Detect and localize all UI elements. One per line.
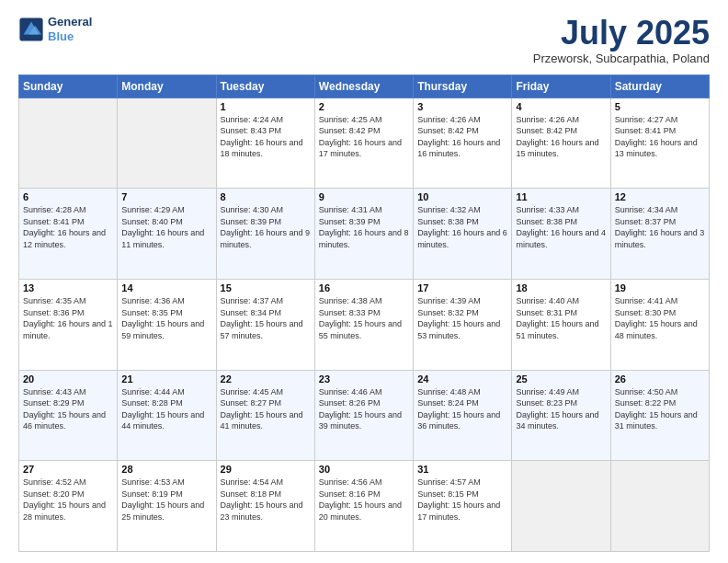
day-number: 11 <box>516 191 606 202</box>
calendar-cell: 17Sunrise: 4:39 AM Sunset: 8:32 PM Dayli… <box>414 279 512 370</box>
day-number: 19 <box>615 282 705 293</box>
cell-info: Sunrise: 4:45 AM Sunset: 8:27 PM Dayligh… <box>221 386 311 432</box>
day-number: 30 <box>319 464 409 475</box>
calendar-cell: 1Sunrise: 4:24 AM Sunset: 8:43 PM Daylig… <box>216 98 314 189</box>
cell-info: Sunrise: 4:53 AM Sunset: 8:19 PM Dayligh… <box>121 477 211 523</box>
week-row-2: 6Sunrise: 4:28 AM Sunset: 8:41 PM Daylig… <box>19 189 710 280</box>
day-number: 25 <box>516 373 606 385</box>
cell-info: Sunrise: 4:28 AM Sunset: 8:41 PM Dayligh… <box>23 204 113 250</box>
header-tuesday: Tuesday <box>216 75 314 98</box>
title-block: July 2025 Przeworsk, Subcarpathia, Polan… <box>533 15 710 65</box>
calendar-cell: 23Sunrise: 4:46 AM Sunset: 8:26 PM Dayli… <box>314 370 413 461</box>
day-number: 12 <box>615 191 705 202</box>
day-number: 7 <box>121 191 211 202</box>
cell-info: Sunrise: 4:30 AM Sunset: 8:39 PM Dayligh… <box>221 204 311 250</box>
cell-info: Sunrise: 4:36 AM Sunset: 8:35 PM Dayligh… <box>121 295 211 341</box>
cell-info: Sunrise: 4:43 AM Sunset: 8:29 PM Dayligh… <box>23 386 113 432</box>
cell-info: Sunrise: 4:26 AM Sunset: 8:42 PM Dayligh… <box>417 114 507 160</box>
calendar-cell: 11Sunrise: 4:33 AM Sunset: 8:38 PM Dayli… <box>512 189 610 280</box>
logo-line2: Blue <box>48 29 92 44</box>
cell-info: Sunrise: 4:26 AM Sunset: 8:42 PM Dayligh… <box>516 114 606 160</box>
calendar-cell: 2Sunrise: 4:25 AM Sunset: 8:42 PM Daylig… <box>314 98 413 189</box>
header-friday: Friday <box>512 75 610 98</box>
cell-info: Sunrise: 4:31 AM Sunset: 8:39 PM Dayligh… <box>319 204 409 250</box>
cell-info: Sunrise: 4:24 AM Sunset: 8:43 PM Dayligh… <box>221 114 311 160</box>
calendar-table: SundayMondayTuesdayWednesdayThursdayFrid… <box>18 75 710 552</box>
day-number: 10 <box>417 191 507 202</box>
calendar-cell: 26Sunrise: 4:50 AM Sunset: 8:22 PM Dayli… <box>610 370 709 461</box>
header-monday: Monday <box>118 75 216 98</box>
logo-text: General Blue <box>48 15 92 43</box>
logo: General Blue <box>18 15 92 43</box>
week-row-5: 27Sunrise: 4:52 AM Sunset: 8:20 PM Dayli… <box>19 461 710 552</box>
calendar-cell: 13Sunrise: 4:35 AM Sunset: 8:36 PM Dayli… <box>19 279 118 370</box>
cell-info: Sunrise: 4:41 AM Sunset: 8:30 PM Dayligh… <box>615 295 705 341</box>
day-number: 15 <box>221 282 311 293</box>
calendar-cell: 29Sunrise: 4:54 AM Sunset: 8:18 PM Dayli… <box>216 461 314 552</box>
calendar-cell: 8Sunrise: 4:30 AM Sunset: 8:39 PM Daylig… <box>216 189 314 280</box>
day-number: 18 <box>516 282 606 293</box>
cell-info: Sunrise: 4:57 AM Sunset: 8:15 PM Dayligh… <box>417 477 507 523</box>
day-number: 17 <box>417 282 507 293</box>
header-sunday: Sunday <box>19 75 118 98</box>
cell-info: Sunrise: 4:25 AM Sunset: 8:42 PM Dayligh… <box>319 114 409 160</box>
day-number: 26 <box>615 373 705 385</box>
calendar-cell: 31Sunrise: 4:57 AM Sunset: 8:15 PM Dayli… <box>414 461 512 552</box>
cell-info: Sunrise: 4:29 AM Sunset: 8:40 PM Dayligh… <box>121 204 211 250</box>
calendar-body: 1Sunrise: 4:24 AM Sunset: 8:43 PM Daylig… <box>19 98 710 551</box>
day-number: 4 <box>516 101 606 112</box>
day-number: 24 <box>417 373 507 385</box>
calendar-cell: 21Sunrise: 4:44 AM Sunset: 8:28 PM Dayli… <box>118 370 216 461</box>
header: General Blue July 2025 Przeworsk, Subcar… <box>18 15 710 65</box>
cell-info: Sunrise: 4:44 AM Sunset: 8:28 PM Dayligh… <box>121 386 211 432</box>
calendar-cell: 16Sunrise: 4:38 AM Sunset: 8:33 PM Dayli… <box>314 279 413 370</box>
month-title: July 2025 <box>533 15 710 52</box>
calendar-cell: 27Sunrise: 4:52 AM Sunset: 8:20 PM Dayli… <box>19 461 118 552</box>
calendar-cell <box>610 461 709 552</box>
cell-info: Sunrise: 4:37 AM Sunset: 8:34 PM Dayligh… <box>221 295 311 341</box>
cell-info: Sunrise: 4:27 AM Sunset: 8:41 PM Dayligh… <box>615 114 705 160</box>
cell-info: Sunrise: 4:34 AM Sunset: 8:37 PM Dayligh… <box>615 204 705 250</box>
day-number: 29 <box>221 464 311 475</box>
calendar-cell: 22Sunrise: 4:45 AM Sunset: 8:27 PM Dayli… <box>216 370 314 461</box>
day-number: 31 <box>417 464 507 475</box>
day-number: 28 <box>121 464 211 475</box>
calendar-cell <box>19 98 118 189</box>
calendar-cell: 24Sunrise: 4:48 AM Sunset: 8:24 PM Dayli… <box>414 370 512 461</box>
cell-info: Sunrise: 4:39 AM Sunset: 8:32 PM Dayligh… <box>417 295 507 341</box>
calendar-cell: 6Sunrise: 4:28 AM Sunset: 8:41 PM Daylig… <box>19 189 118 280</box>
day-number: 8 <box>221 191 311 202</box>
day-number: 27 <box>23 464 113 475</box>
day-number: 16 <box>319 282 409 293</box>
day-number: 3 <box>417 101 507 112</box>
cell-info: Sunrise: 4:33 AM Sunset: 8:38 PM Dayligh… <box>516 204 606 250</box>
calendar-cell: 20Sunrise: 4:43 AM Sunset: 8:29 PM Dayli… <box>19 370 118 461</box>
calendar-cell: 10Sunrise: 4:32 AM Sunset: 8:38 PM Dayli… <box>414 189 512 280</box>
day-number: 13 <box>23 282 113 293</box>
calendar-cell: 30Sunrise: 4:56 AM Sunset: 8:16 PM Dayli… <box>314 461 413 552</box>
cell-info: Sunrise: 4:40 AM Sunset: 8:31 PM Dayligh… <box>516 295 606 341</box>
calendar-cell <box>512 461 610 552</box>
calendar-cell: 28Sunrise: 4:53 AM Sunset: 8:19 PM Dayli… <box>118 461 216 552</box>
cell-info: Sunrise: 4:48 AM Sunset: 8:24 PM Dayligh… <box>417 386 507 432</box>
day-number: 23 <box>319 373 409 385</box>
cell-info: Sunrise: 4:50 AM Sunset: 8:22 PM Dayligh… <box>615 386 705 432</box>
calendar-cell: 9Sunrise: 4:31 AM Sunset: 8:39 PM Daylig… <box>314 189 413 280</box>
calendar-cell: 5Sunrise: 4:27 AM Sunset: 8:41 PM Daylig… <box>610 98 709 189</box>
day-number: 5 <box>615 101 705 112</box>
calendar-cell: 19Sunrise: 4:41 AM Sunset: 8:30 PM Dayli… <box>610 279 709 370</box>
cell-info: Sunrise: 4:52 AM Sunset: 8:20 PM Dayligh… <box>23 477 113 523</box>
calendar-cell: 18Sunrise: 4:40 AM Sunset: 8:31 PM Dayli… <box>512 279 610 370</box>
day-number: 6 <box>23 191 113 202</box>
header-saturday: Saturday <box>610 75 709 98</box>
logo-icon <box>18 17 44 42</box>
cell-info: Sunrise: 4:49 AM Sunset: 8:23 PM Dayligh… <box>516 386 606 432</box>
calendar-cell: 12Sunrise: 4:34 AM Sunset: 8:37 PM Dayli… <box>610 189 709 280</box>
cell-info: Sunrise: 4:32 AM Sunset: 8:38 PM Dayligh… <box>417 204 507 250</box>
calendar-cell: 7Sunrise: 4:29 AM Sunset: 8:40 PM Daylig… <box>118 189 216 280</box>
logo-line1: General <box>48 15 92 29</box>
cell-info: Sunrise: 4:56 AM Sunset: 8:16 PM Dayligh… <box>319 477 409 523</box>
cell-info: Sunrise: 4:46 AM Sunset: 8:26 PM Dayligh… <box>319 386 409 432</box>
day-number: 14 <box>121 282 211 293</box>
header-thursday: Thursday <box>414 75 512 98</box>
